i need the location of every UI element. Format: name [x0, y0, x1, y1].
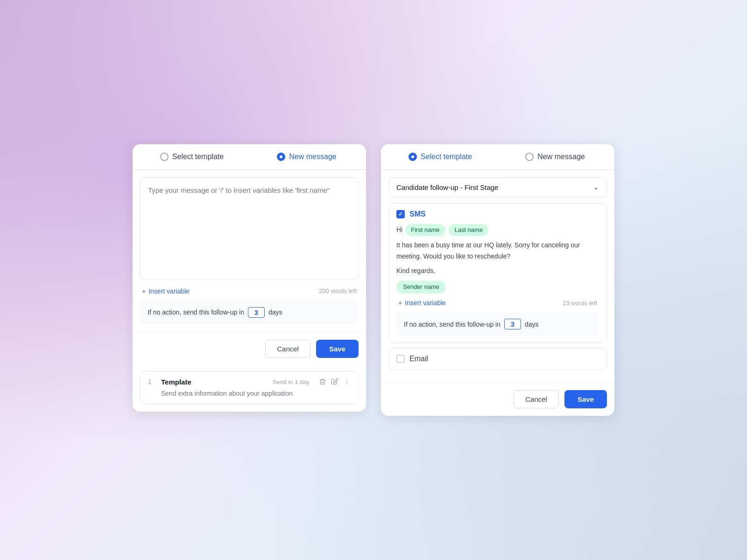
new-message-radio-left — [277, 153, 285, 161]
sms-label: SMS — [409, 210, 426, 218]
save-btn-left[interactable]: Save — [316, 340, 359, 358]
select-template-radio-left — [160, 153, 169, 161]
left-tab-select-template[interactable]: Select template — [134, 144, 249, 169]
last-name-chip[interactable]: Last name — [449, 224, 488, 236]
sms-header: SMS — [396, 210, 599, 218]
sender-name-row: Sender name — [396, 279, 599, 294]
right-tab-select-template[interactable]: Select template — [383, 144, 498, 169]
cancel-btn-left[interactable]: Cancel — [265, 340, 310, 358]
plus-icon-right: + — [398, 299, 402, 307]
right-new-message-label: New message — [537, 153, 585, 161]
insert-variable-row-right: + Insert variable 23 words left — [396, 294, 599, 308]
message-preview: Hi First name Last name It has been a bu… — [396, 224, 599, 294]
right-tab-row: Select template New message — [381, 144, 614, 170]
new-message-radio-right — [525, 153, 534, 161]
left-tab-row: Select template New message — [133, 144, 366, 170]
right-card-body: Candidate follow-up - First Stage ⌄ SMS … — [381, 170, 614, 383]
insert-variable-btn-left[interactable]: + Insert variable — [142, 287, 190, 295]
sms-section: SMS Hi First name Last name It has been … — [388, 203, 607, 343]
insert-variable-text-right: Insert variable — [405, 299, 446, 307]
left-new-message-label: New message — [289, 153, 336, 161]
left-card-body: + Insert variable 200 words left If no a… — [133, 170, 366, 332]
right-card: Select template New message Candidate fo… — [381, 144, 614, 416]
right-tab-new-message[interactable]: New message — [498, 144, 613, 169]
follow-up-before-left: If no action, send this follow-up in — [148, 308, 244, 316]
template-dropdown[interactable]: Candidate follow-up - First Stage ⌄ — [388, 177, 607, 197]
template-icons — [319, 378, 351, 385]
more-template-btn[interactable] — [343, 378, 351, 385]
follow-up-after-right: days — [525, 321, 539, 328]
words-left-left: 200 words left — [319, 287, 357, 294]
svg-point-1 — [346, 381, 347, 382]
left-card: Select template New message + Insert var… — [133, 144, 366, 412]
left-action-row: Cancel Save — [133, 332, 366, 365]
follow-up-after-left: days — [268, 308, 282, 316]
words-left-right: 23 words left — [563, 300, 597, 307]
template-item: 1 Template Send in 1 day — [140, 371, 359, 404]
template-desc: Send extra information about your applic… — [148, 390, 351, 397]
insert-variable-text-left: Insert variable — [148, 287, 190, 295]
template-list: 1 Template Send in 1 day — [133, 371, 366, 412]
follow-up-before-right: If no action, send this follow-up in — [404, 321, 500, 328]
dropdown-row: Candidate follow-up - First Stage ⌄ — [388, 177, 607, 197]
message-regards: Kind regards, — [396, 266, 599, 277]
delete-template-btn[interactable] — [319, 378, 326, 385]
svg-point-0 — [346, 379, 347, 380]
email-section: Email — [388, 348, 607, 370]
first-name-chip[interactable]: First name — [405, 224, 445, 236]
right-action-row: Cancel Save — [381, 382, 614, 416]
message-textarea[interactable] — [140, 177, 359, 280]
cancel-btn-right[interactable]: Cancel — [514, 390, 559, 408]
plus-icon-left: + — [142, 287, 146, 295]
template-number: 1 — [148, 378, 155, 385]
message-line-1: Hi First name Last name — [396, 224, 599, 236]
sms-checkbox[interactable] — [396, 210, 405, 218]
follow-up-number-right[interactable]: 3 — [504, 319, 521, 329]
template-item-header: 1 Template Send in 1 day — [148, 378, 351, 386]
hi-text: Hi — [396, 226, 402, 233]
sender-name-chip[interactable]: Sender name — [396, 280, 446, 294]
right-select-template-label: Select template — [421, 153, 472, 161]
message-body-text: It has been a busy time at our HQ lately… — [396, 240, 599, 262]
insert-variable-row-left: + Insert variable 200 words left — [140, 282, 359, 297]
main-container: Select template New message + Insert var… — [133, 144, 614, 416]
insert-variable-btn-right[interactable]: + Insert variable — [398, 299, 446, 307]
left-tab-new-message[interactable]: New message — [249, 144, 364, 169]
email-checkbox[interactable] — [396, 355, 405, 363]
template-send-time: Send in 1 day — [272, 378, 310, 385]
template-name: Template — [161, 378, 267, 386]
svg-point-2 — [346, 384, 347, 385]
select-template-radio-right — [409, 153, 417, 161]
edit-template-btn[interactable] — [331, 378, 338, 385]
save-btn-right[interactable]: Save — [564, 390, 607, 408]
dropdown-label: Candidate follow-up - First Stage — [396, 183, 498, 191]
left-select-template-label: Select template — [172, 153, 224, 161]
follow-up-number-left[interactable]: 3 — [248, 307, 265, 318]
follow-up-row-right: If no action, send this follow-up in 3 d… — [396, 312, 599, 336]
email-label: Email — [409, 355, 428, 363]
follow-up-row-left: If no action, send this follow-up in 3 d… — [140, 301, 359, 324]
chevron-down-icon: ⌄ — [593, 183, 599, 191]
